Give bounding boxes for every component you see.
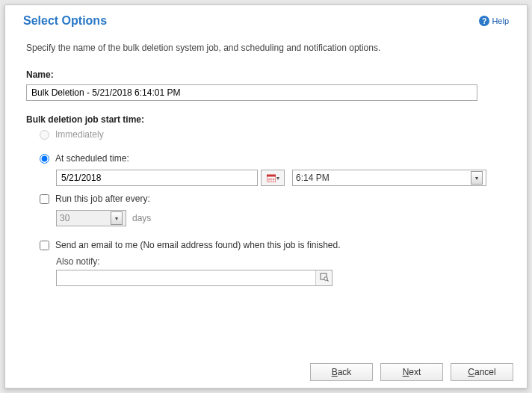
- immediately-label: Immediately: [55, 129, 104, 140]
- radio-immediately[interactable]: [40, 130, 49, 140]
- start-time-section: Bulk deletion job start time: Immediatel…: [26, 114, 506, 286]
- email-notify-checkbox[interactable]: [40, 241, 49, 250]
- cancel-button[interactable]: Cancel: [451, 363, 513, 381]
- also-notify-input[interactable]: [57, 270, 315, 285]
- page-title: Select Options: [23, 14, 107, 28]
- name-label: Name:: [26, 69, 506, 80]
- back-button[interactable]: Back: [310, 363, 373, 381]
- name-section: Name:: [26, 69, 506, 101]
- lookup-icon: [320, 273, 329, 284]
- help-link[interactable]: ? Help: [479, 16, 509, 26]
- dropdown-arrow-icon: ▾: [111, 211, 123, 225]
- dropdown-arrow-icon: ▾: [471, 171, 483, 185]
- recurrence-row: Run this job after every:: [26, 194, 506, 204]
- time-select[interactable]: 6:14 PM ▾: [292, 170, 486, 186]
- days-select[interactable]: 30 ▾: [56, 210, 126, 226]
- help-icon: ?: [479, 16, 489, 26]
- date-picker-button[interactable]: ▾: [261, 170, 285, 186]
- dialog-window: Select Options ? Help Specify the name o…: [4, 4, 528, 389]
- also-notify-label: Also notify:: [56, 256, 506, 267]
- also-notify-lookup: [56, 270, 332, 286]
- recurrence-checkbox[interactable]: [40, 194, 49, 204]
- svg-line-8: [327, 279, 328, 281]
- recurrence-label: Run this job after every:: [55, 194, 150, 204]
- content-area: Specify the name of the bulk deletion sy…: [5, 32, 527, 286]
- also-notify-section: Also notify:: [26, 256, 506, 286]
- cancel-btn-rest: ancel: [474, 367, 496, 377]
- next-btn-rest: ext: [409, 367, 421, 377]
- recurrence-inputs: 30 ▾ days: [26, 210, 506, 226]
- schedule-inputs-row: ▾ 6:14 PM ▾: [26, 170, 506, 186]
- next-button[interactable]: Next: [380, 363, 443, 381]
- email-notify-label: Send an email to me (No email address fo…: [55, 240, 341, 250]
- scheduled-label: At scheduled time:: [55, 153, 129, 164]
- name-input[interactable]: [26, 84, 477, 101]
- back-btn-rest: ack: [338, 367, 352, 377]
- radio-scheduled[interactable]: [40, 154, 49, 164]
- dialog-footer: Back Next Cancel: [5, 356, 527, 388]
- start-time-label: Bulk deletion job start time:: [26, 114, 506, 125]
- email-notify-row: Send an email to me (No email address fo…: [26, 240, 506, 250]
- chevron-down-icon: ▾: [276, 175, 279, 182]
- dialog-header: Select Options ? Help: [5, 5, 527, 32]
- time-value: 6:14 PM: [296, 173, 330, 183]
- date-input[interactable]: [56, 170, 258, 186]
- radio-immediately-row: Immediately: [26, 129, 506, 140]
- instruction-text: Specify the name of the bulk deletion sy…: [26, 43, 506, 53]
- calendar-icon: [267, 174, 276, 182]
- days-unit: days: [132, 213, 151, 223]
- help-label: Help: [492, 16, 509, 25]
- days-value: 30: [60, 213, 69, 223]
- radio-scheduled-row: At scheduled time:: [26, 153, 506, 164]
- lookup-button[interactable]: [315, 270, 332, 285]
- svg-rect-1: [267, 175, 276, 177]
